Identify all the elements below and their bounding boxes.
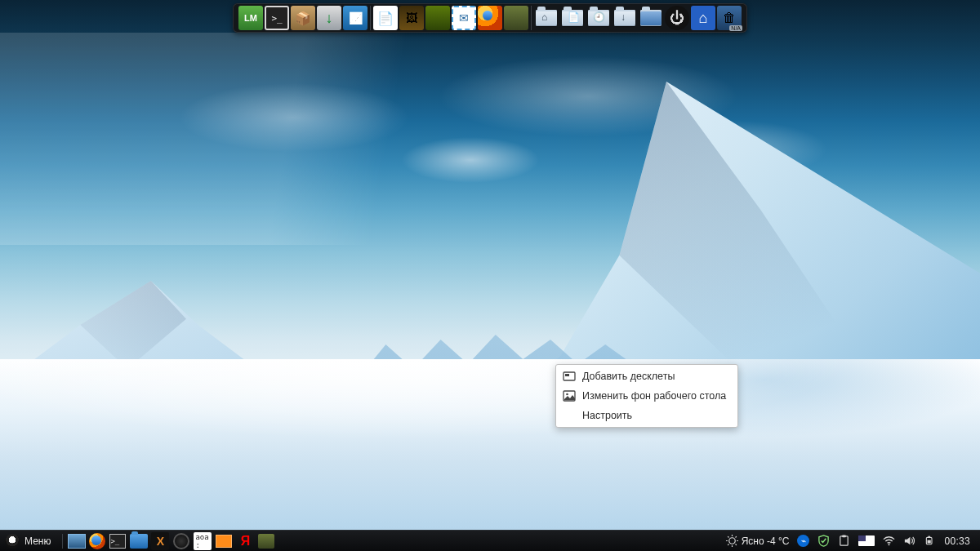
- security-shield-icon[interactable]: [817, 535, 830, 547]
- keyboard-layout-indicator[interactable]: [858, 535, 875, 546]
- svg-line-10: [735, 544, 736, 545]
- dock-separator: [370, 6, 371, 30]
- desktop-context-menu: Добавить десклеты Изменить фон рабочего …: [555, 364, 738, 428]
- folder-downloads-icon[interactable]: ↓: [612, 6, 637, 30]
- desktop-area[interactable]: [0, 33, 980, 530]
- yandex-icon[interactable]: Я: [236, 532, 254, 550]
- dock-separator: [531, 6, 532, 30]
- na-badge: N/A: [729, 25, 742, 31]
- svg-rect-14: [843, 535, 847, 537]
- keyboard-applet[interactable]: aoa :: [194, 532, 212, 550]
- svg-rect-13: [840, 536, 848, 545]
- folder-generic-icon[interactable]: [639, 6, 663, 30]
- yandex-glyph: Я: [241, 534, 251, 549]
- terminal-icon[interactable]: [109, 532, 127, 550]
- app-olive-icon[interactable]: [504, 6, 528, 30]
- artwork-app2-icon[interactable]: [425, 6, 450, 30]
- trash-icon[interactable]: N/A: [717, 6, 742, 30]
- workspace-switcher-icon[interactable]: [215, 532, 233, 550]
- bottom-panel: Меню X aoa : Я Ясно -4 °C ⌁ 00:33: [0, 530, 980, 551]
- picture-icon: [563, 389, 576, 402]
- mint-menu-icon[interactable]: [238, 6, 263, 30]
- svg-rect-1: [565, 374, 569, 376]
- kbd-applet-text: aoa :: [194, 532, 212, 550]
- accessibility-icon[interactable]: [691, 6, 715, 30]
- files-icon[interactable]: [130, 532, 148, 550]
- artwork-app-icon[interactable]: [399, 6, 424, 30]
- volume-icon[interactable]: [903, 535, 915, 547]
- firefox-icon[interactable]: [89, 533, 105, 549]
- battery-icon[interactable]: [924, 535, 936, 547]
- ctx-item-label: Добавить десклеты: [582, 371, 675, 382]
- svg-line-11: [728, 544, 728, 545]
- plex-glyph: X: [157, 535, 164, 548]
- clock[interactable]: 00:33: [944, 535, 970, 547]
- thunderbird-icon[interactable]: [452, 6, 476, 30]
- software-manager-icon[interactable]: [291, 6, 315, 30]
- weather-clear-icon: [726, 535, 738, 547]
- top-dock: ⌂ 📄 🕘 ↓ N/A: [233, 3, 747, 33]
- firefox-icon[interactable]: [478, 6, 502, 30]
- ctx-add-desklets[interactable]: Добавить десклеты: [556, 367, 737, 386]
- ctx-configure[interactable]: • Настроить: [556, 406, 737, 425]
- folder-documents-icon[interactable]: 📄: [560, 6, 585, 30]
- bluetooth-icon[interactable]: ⌁: [797, 535, 809, 547]
- system-tray: Ясно -4 °C ⌁ 00:33: [726, 535, 975, 547]
- clipboard-icon[interactable]: [838, 535, 850, 547]
- obs-icon[interactable]: [172, 532, 190, 550]
- plex-icon[interactable]: X: [151, 532, 169, 550]
- ctx-item-label: Настроить: [582, 410, 632, 421]
- add-desklet-icon: [563, 370, 576, 383]
- folder-recent-icon[interactable]: 🕘: [586, 6, 611, 30]
- svg-point-4: [728, 538, 735, 544]
- system-monitor-icon[interactable]: [343, 6, 368, 30]
- svg-rect-17: [929, 536, 931, 538]
- svg-line-9: [728, 536, 728, 537]
- wifi-icon[interactable]: [883, 535, 895, 547]
- libreoffice-icon[interactable]: [373, 6, 398, 30]
- menu-label: Меню: [24, 535, 51, 547]
- terminal-icon[interactable]: [265, 6, 289, 30]
- flag-us-icon: [858, 535, 875, 546]
- panel-separator: [62, 534, 63, 549]
- ctx-item-label: Изменить фон рабочего стола: [582, 390, 726, 402]
- show-desktop-icon[interactable]: [68, 532, 86, 550]
- ctx-change-background[interactable]: Изменить фон рабочего стола: [556, 386, 737, 406]
- svg-point-3: [566, 393, 568, 396]
- app-olive-icon[interactable]: [257, 532, 275, 550]
- menu-button[interactable]: Меню: [0, 531, 59, 551]
- weather-text: Ясно -4 °C: [742, 535, 790, 547]
- svg-line-12: [735, 536, 736, 537]
- power-icon[interactable]: [665, 6, 689, 30]
- update-manager-icon[interactable]: [317, 6, 341, 30]
- weather-applet[interactable]: Ясно -4 °C: [726, 535, 790, 547]
- svg-point-15: [889, 544, 890, 545]
- svg-rect-18: [928, 540, 931, 544]
- folder-home-icon[interactable]: ⌂: [534, 6, 559, 30]
- linux-logo-icon: [5, 534, 20, 549]
